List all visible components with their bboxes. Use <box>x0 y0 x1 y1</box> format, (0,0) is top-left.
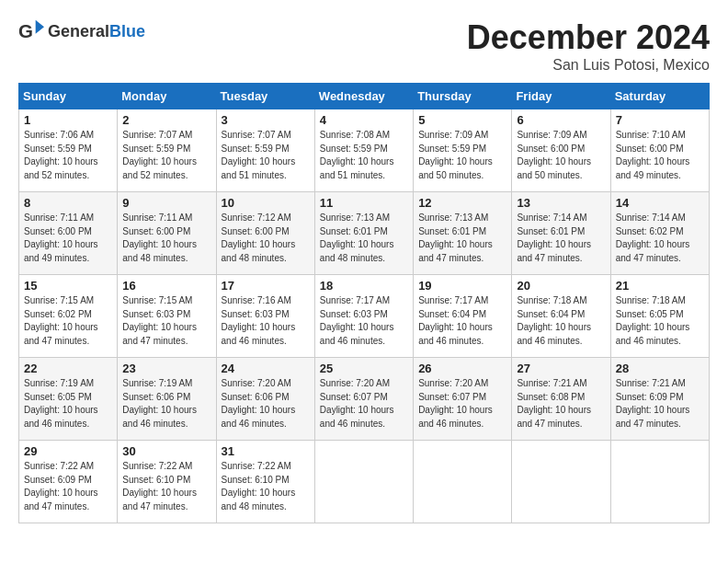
calendar-cell: 8Sunrise: 7:11 AMSunset: 6:00 PMDaylight… <box>19 192 118 275</box>
day-info: Sunrise: 7:12 AMSunset: 6:00 PMDaylight:… <box>222 212 310 265</box>
day-info: Sunrise: 7:20 AMSunset: 6:07 PMDaylight:… <box>320 377 408 431</box>
day-number: 26 <box>418 362 506 375</box>
calendar-cell: 18Sunrise: 7:17 AMSunset: 6:03 PMDayligh… <box>314 275 413 358</box>
calendar-header-saturday: Saturday <box>610 84 709 109</box>
calendar-cell: 15Sunrise: 7:15 AMSunset: 6:02 PMDayligh… <box>19 275 118 358</box>
calendar-cell: 14Sunrise: 7:14 AMSunset: 6:02 PMDayligh… <box>610 192 709 275</box>
calendar-week-row: 1Sunrise: 7:06 AMSunset: 5:59 PMDaylight… <box>19 109 710 192</box>
day-info: Sunrise: 7:14 AMSunset: 6:02 PMDaylight:… <box>616 212 704 265</box>
calendar-cell: 11Sunrise: 7:13 AMSunset: 6:01 PMDayligh… <box>314 192 413 275</box>
day-info: Sunrise: 7:10 AMSunset: 6:00 PMDaylight:… <box>616 129 704 182</box>
day-info: Sunrise: 7:11 AMSunset: 6:00 PMDaylight:… <box>24 212 112 265</box>
calendar-cell: 4Sunrise: 7:08 AMSunset: 5:59 PMDaylight… <box>314 109 413 192</box>
calendar-cell <box>512 441 610 523</box>
calendar-cell: 31Sunrise: 7:22 AMSunset: 6:10 PMDayligh… <box>216 441 314 523</box>
calendar-cell: 28Sunrise: 7:21 AMSunset: 6:09 PMDayligh… <box>610 358 709 441</box>
day-number: 20 <box>517 279 605 293</box>
calendar-header-thursday: Thursday <box>414 84 512 109</box>
day-info: Sunrise: 7:21 AMSunset: 6:08 PMDaylight:… <box>517 377 605 431</box>
day-info: Sunrise: 7:06 AMSunset: 5:59 PMDaylight:… <box>24 129 112 182</box>
calendar-cell: 21Sunrise: 7:18 AMSunset: 6:05 PMDayligh… <box>610 275 709 358</box>
day-info: Sunrise: 7:19 AMSunset: 6:05 PMDaylight:… <box>24 377 112 431</box>
day-number: 11 <box>320 196 408 210</box>
day-number: 10 <box>222 196 310 210</box>
logo: G GeneralBlue <box>18 18 145 44</box>
day-number: 6 <box>517 113 605 127</box>
day-number: 27 <box>517 362 605 375</box>
calendar-cell: 9Sunrise: 7:11 AMSunset: 6:00 PMDaylight… <box>118 192 216 275</box>
day-number: 31 <box>222 444 310 458</box>
calendar-cell: 6Sunrise: 7:09 AMSunset: 6:00 PMDaylight… <box>512 109 610 192</box>
day-number: 18 <box>320 279 408 293</box>
calendar-cell: 17Sunrise: 7:16 AMSunset: 6:03 PMDayligh… <box>216 275 314 358</box>
day-info: Sunrise: 7:13 AMSunset: 6:01 PMDaylight:… <box>320 212 408 265</box>
month-title: December 2024 <box>467 18 710 57</box>
day-number: 2 <box>122 113 210 127</box>
day-info: Sunrise: 7:17 AMSunset: 6:04 PMDaylight:… <box>418 294 506 348</box>
logo-text-general: General <box>48 22 109 40</box>
title-area: December 2024 San Luis Potosi, Mexico <box>467 18 710 74</box>
calendar-header-wednesday: Wednesday <box>314 84 413 109</box>
day-number: 17 <box>222 279 310 293</box>
calendar-cell: 24Sunrise: 7:20 AMSunset: 6:06 PMDayligh… <box>216 358 314 441</box>
day-info: Sunrise: 7:11 AMSunset: 6:00 PMDaylight:… <box>122 212 210 265</box>
day-number: 8 <box>24 196 112 210</box>
calendar-header-row: SundayMondayTuesdayWednesdayThursdayFrid… <box>19 84 710 109</box>
day-info: Sunrise: 7:17 AMSunset: 6:03 PMDaylight:… <box>320 294 408 348</box>
day-info: Sunrise: 7:15 AMSunset: 6:02 PMDaylight:… <box>24 294 112 348</box>
calendar-cell: 27Sunrise: 7:21 AMSunset: 6:08 PMDayligh… <box>512 358 610 441</box>
calendar-header-tuesday: Tuesday <box>216 84 314 109</box>
calendar-header-friday: Friday <box>512 84 610 109</box>
day-info: Sunrise: 7:09 AMSunset: 5:59 PMDaylight:… <box>418 129 506 182</box>
day-number: 9 <box>122 196 210 210</box>
calendar-week-row: 8Sunrise: 7:11 AMSunset: 6:00 PMDaylight… <box>19 192 710 275</box>
logo-icon: G <box>18 18 44 44</box>
page-header: G GeneralBlue December 2024 San Luis Pot… <box>18 18 710 74</box>
day-number: 28 <box>616 362 704 375</box>
calendar-cell: 22Sunrise: 7:19 AMSunset: 6:05 PMDayligh… <box>19 358 118 441</box>
calendar-cell: 30Sunrise: 7:22 AMSunset: 6:10 PMDayligh… <box>118 441 216 523</box>
calendar-week-row: 29Sunrise: 7:22 AMSunset: 6:09 PMDayligh… <box>19 441 710 523</box>
calendar-cell <box>414 441 512 523</box>
day-number: 29 <box>24 444 112 458</box>
calendar-cell: 2Sunrise: 7:07 AMSunset: 5:59 PMDaylight… <box>118 109 216 192</box>
calendar-cell: 1Sunrise: 7:06 AMSunset: 5:59 PMDaylight… <box>19 109 118 192</box>
calendar-cell: 19Sunrise: 7:17 AMSunset: 6:04 PMDayligh… <box>414 275 512 358</box>
svg-text:G: G <box>18 20 33 41</box>
calendar-cell <box>610 441 709 523</box>
day-info: Sunrise: 7:22 AMSunset: 6:10 PMDaylight:… <box>122 460 210 513</box>
calendar-header-monday: Monday <box>118 84 216 109</box>
day-info: Sunrise: 7:08 AMSunset: 5:59 PMDaylight:… <box>320 129 408 182</box>
calendar-cell: 25Sunrise: 7:20 AMSunset: 6:07 PMDayligh… <box>314 358 413 441</box>
calendar-cell: 5Sunrise: 7:09 AMSunset: 5:59 PMDaylight… <box>414 109 512 192</box>
day-info: Sunrise: 7:09 AMSunset: 6:00 PMDaylight:… <box>517 129 605 182</box>
day-info: Sunrise: 7:16 AMSunset: 6:03 PMDaylight:… <box>222 294 310 348</box>
day-number: 25 <box>320 362 408 375</box>
day-info: Sunrise: 7:15 AMSunset: 6:03 PMDaylight:… <box>122 294 210 348</box>
day-info: Sunrise: 7:13 AMSunset: 6:01 PMDaylight:… <box>418 212 506 265</box>
calendar-cell: 7Sunrise: 7:10 AMSunset: 6:00 PMDaylight… <box>610 109 709 192</box>
svg-marker-1 <box>36 20 44 34</box>
day-number: 14 <box>616 196 704 210</box>
calendar-cell: 13Sunrise: 7:14 AMSunset: 6:01 PMDayligh… <box>512 192 610 275</box>
day-number: 15 <box>24 279 112 293</box>
day-number: 5 <box>418 113 506 127</box>
calendar-week-row: 15Sunrise: 7:15 AMSunset: 6:02 PMDayligh… <box>19 275 710 358</box>
day-number: 1 <box>24 113 112 127</box>
day-number: 21 <box>616 279 704 293</box>
day-number: 24 <box>222 362 310 375</box>
calendar-header-sunday: Sunday <box>19 84 118 109</box>
location-title: San Luis Potosi, Mexico <box>467 57 710 74</box>
day-info: Sunrise: 7:14 AMSunset: 6:01 PMDaylight:… <box>517 212 605 265</box>
calendar-week-row: 22Sunrise: 7:19 AMSunset: 6:05 PMDayligh… <box>19 358 710 441</box>
day-number: 22 <box>24 362 112 375</box>
day-info: Sunrise: 7:21 AMSunset: 6:09 PMDaylight:… <box>616 377 704 431</box>
calendar-cell: 26Sunrise: 7:20 AMSunset: 6:07 PMDayligh… <box>414 358 512 441</box>
calendar-cell: 16Sunrise: 7:15 AMSunset: 6:03 PMDayligh… <box>118 275 216 358</box>
calendar-cell: 23Sunrise: 7:19 AMSunset: 6:06 PMDayligh… <box>118 358 216 441</box>
calendar-table: SundayMondayTuesdayWednesdayThursdayFrid… <box>18 83 710 523</box>
calendar-cell: 3Sunrise: 7:07 AMSunset: 5:59 PMDaylight… <box>216 109 314 192</box>
logo-text-blue: Blue <box>109 22 145 40</box>
calendar-cell: 12Sunrise: 7:13 AMSunset: 6:01 PMDayligh… <box>414 192 512 275</box>
day-info: Sunrise: 7:18 AMSunset: 6:04 PMDaylight:… <box>517 294 605 348</box>
